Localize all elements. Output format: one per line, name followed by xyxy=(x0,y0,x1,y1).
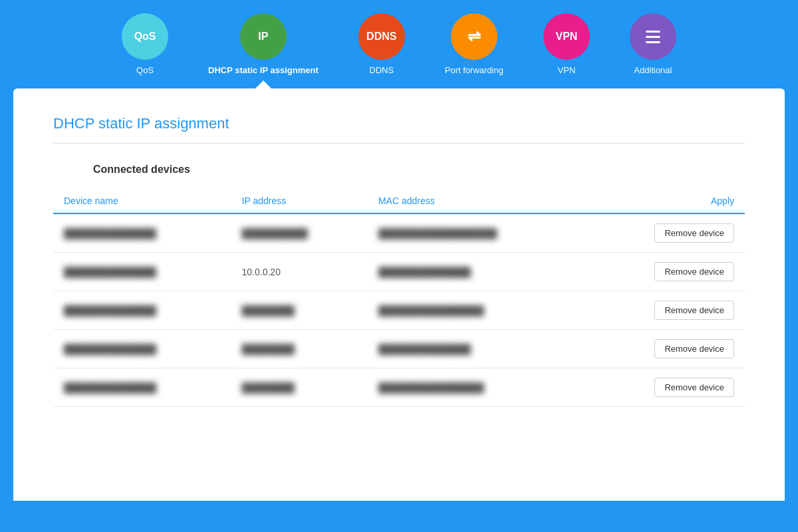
portfwd-icon: ⇌ xyxy=(451,13,497,60)
devices-table: Device name IP address MAC address Apply… xyxy=(53,189,745,407)
nav-label-portfwd: Port forwarding xyxy=(445,65,503,75)
cell-device-name: ██████████████ xyxy=(53,368,231,407)
cell-ip-address: ██████████ xyxy=(231,213,368,253)
vpn-icon: VPN xyxy=(543,13,590,60)
cell-ip-address: 10.0.0.20 xyxy=(231,253,368,291)
nav-item-qos[interactable]: QoS QoS xyxy=(122,13,168,88)
nav-item-portfwd[interactable]: ⇌ Port forwarding xyxy=(445,13,503,88)
remove-device-button[interactable]: Remove device xyxy=(654,339,734,358)
cell-mac-address: ████████████████ xyxy=(368,291,587,330)
cell-device-name: ██████████████ xyxy=(53,213,231,253)
cell-action: Remove device xyxy=(587,291,745,330)
main-panel: DHCP static IP assignment Connected devi… xyxy=(13,88,785,501)
nav-label-qos: QoS xyxy=(136,65,154,75)
table-row: ██████████████ ████████ ████████████████… xyxy=(53,291,745,330)
ip-icon: IP xyxy=(240,13,287,60)
remove-device-button[interactable]: Remove device xyxy=(654,223,734,243)
nav-label-additional: Additional xyxy=(634,65,672,75)
cell-mac-address: ██████████████ xyxy=(368,330,587,368)
nav-item-ddns[interactable]: DDNS DDNS xyxy=(358,13,405,88)
page-title: DHCP static IP assignment xyxy=(53,115,745,132)
cell-mac-address: ██████████████ xyxy=(368,253,587,291)
qos-icon: QoS xyxy=(122,13,168,60)
cell-ip-address: ████████ xyxy=(231,330,368,368)
section-divider xyxy=(53,143,745,144)
col-device-name: Device name xyxy=(53,189,231,213)
nav-label-vpn: VPN xyxy=(558,65,576,75)
nav-label-ip: DHCP static IP assignment xyxy=(208,65,319,75)
cell-mac-address: ████████████████ xyxy=(368,368,587,407)
remove-device-button[interactable]: Remove device xyxy=(654,301,734,320)
remove-device-button[interactable]: Remove device xyxy=(654,378,734,397)
cell-action: Remove device xyxy=(587,253,745,291)
table-row: ██████████████ 10.0.0.20 ██████████████ … xyxy=(53,253,745,291)
top-navigation: QoS QoS IP DHCP static IP assignment DDN… xyxy=(0,0,798,88)
cell-device-name: ██████████████ xyxy=(53,291,231,330)
nav-label-ddns: DDNS xyxy=(369,65,394,75)
cell-action: Remove device xyxy=(587,213,745,253)
table-header-row: Device name IP address MAC address Apply xyxy=(53,189,745,213)
subsection-title: Connected devices xyxy=(93,164,745,176)
cell-mac-address: ██████████████████ xyxy=(368,213,587,253)
cell-action: Remove device xyxy=(587,368,745,407)
table-row: ██████████████ ████████ ██████████████ R… xyxy=(53,330,745,368)
col-mac-address: MAC address xyxy=(368,189,587,213)
nav-item-vpn[interactable]: VPN VPN xyxy=(543,13,590,88)
additional-icon xyxy=(630,13,676,60)
col-ip-address: IP address xyxy=(231,189,368,213)
cell-action: Remove device xyxy=(587,330,745,368)
cell-ip-address: ████████ xyxy=(231,368,368,407)
nav-item-ip[interactable]: IP DHCP static IP assignment xyxy=(208,13,319,88)
cell-device-name: ██████████████ xyxy=(53,330,231,368)
remove-device-button[interactable]: Remove device xyxy=(654,262,734,281)
nav-item-additional[interactable]: Additional xyxy=(630,13,676,88)
ddns-icon: DDNS xyxy=(358,13,405,60)
cell-device-name: ██████████████ xyxy=(53,253,231,291)
col-apply: Apply xyxy=(587,189,745,213)
table-row: ██████████████ ██████████ ██████████████… xyxy=(53,213,745,253)
table-row: ██████████████ ████████ ████████████████… xyxy=(53,368,745,407)
cell-ip-address: ████████ xyxy=(231,291,368,330)
